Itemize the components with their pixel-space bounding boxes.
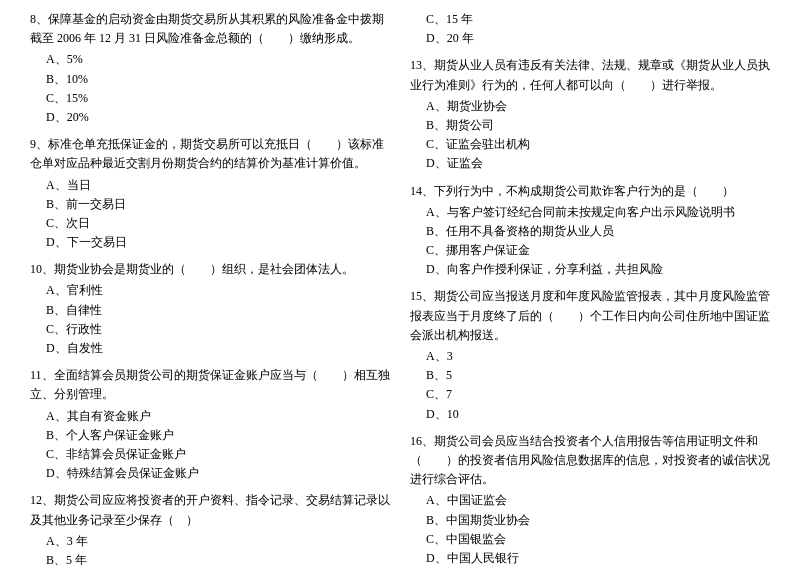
- option-10d: D、自发性: [46, 339, 390, 358]
- question-15-text: 15、期货公司应当报送月度和年度风险监管报表，其中月度风险监管报表应当于月度终了…: [410, 287, 770, 345]
- option-8a: A、5%: [46, 50, 390, 69]
- option-11a: A、其自有资金账户: [46, 407, 390, 426]
- question-14-options: A、与客户签订经纪合同前未按规定向客户出示风险说明书 B、任用不具备资格的期货从…: [410, 203, 770, 280]
- question-10-text: 10、期货业协会是期货业的（ ）组织，是社会团体法人。: [30, 260, 390, 279]
- left-column: 8、保障基金的启动资金由期货交易所从其积累的风险准备金中拨期截至 2006 年 …: [30, 10, 390, 565]
- option-15d: D、10: [426, 405, 770, 424]
- option-16b: B、中国期货业协会: [426, 511, 770, 530]
- option-13a: A、期货业协会: [426, 97, 770, 116]
- option-12a: A、3 年: [46, 532, 390, 551]
- option-10a: A、官利性: [46, 281, 390, 300]
- question-16-options: A、中国证监会 B、中国期货业协会 C、中国银监会 D、中国人民银行: [410, 491, 770, 565]
- question-10-options: A、官利性 B、自律性 C、行政性 D、自发性: [30, 281, 390, 358]
- question-11-options: A、其自有资金账户 B、个人客户保证金账户 C、非结算会员保证金账户 D、特殊结…: [30, 407, 390, 484]
- question-10: 10、期货业协会是期货业的（ ）组织，是社会团体法人。 A、官利性 B、自律性 …: [30, 260, 390, 358]
- option-11b: B、个人客户保证金账户: [46, 426, 390, 445]
- question-16: 16、期货公司会员应当结合投资者个人信用报告等信用证明文件和（ ）的投资者信用风…: [410, 432, 770, 565]
- question-14: 14、下列行为中，不构成期货公司欺诈客户行为的是（ ） A、与客户签订经纪合同前…: [410, 182, 770, 280]
- option-16a: A、中国证监会: [426, 491, 770, 510]
- option-13c: C、证监会驻出机构: [426, 135, 770, 154]
- option-8d: D、20%: [46, 108, 390, 127]
- question-13: 13、期货从业人员有违反有关法律、法规、规章或《期货从业人员执业行为准则》行为的…: [410, 56, 770, 173]
- option-11d: D、特殊结算会员保证金账户: [46, 464, 390, 483]
- option-16d: D、中国人民银行: [426, 549, 770, 565]
- question-13-text: 13、期货从业人员有违反有关法律、法规、规章或《期货从业人员执业行为准则》行为的…: [410, 56, 770, 94]
- option-15a: A、3: [426, 347, 770, 366]
- option-15b: B、5: [426, 366, 770, 385]
- question-13-options: A、期货业协会 B、期货公司 C、证监会驻出机构 D、证监会: [410, 97, 770, 174]
- option-14a: A、与客户签订经纪合同前未按规定向客户出示风险说明书: [426, 203, 770, 222]
- option-9b: B、前一交易日: [46, 195, 390, 214]
- option-13d: D、证监会: [426, 154, 770, 173]
- option-9a: A、当日: [46, 176, 390, 195]
- option-12d: D、20 年: [426, 29, 770, 48]
- question-12-cont-options: C、15 年 D、20 年: [410, 10, 770, 48]
- question-12-cont: C、15 年 D、20 年: [410, 10, 770, 48]
- question-12-text: 12、期货公司应应将投资者的开户资料、指令记录、交易结算记录以及其他业务记录至少…: [30, 491, 390, 529]
- question-8-options: A、5% B、10% C、15% D、20%: [30, 50, 390, 127]
- question-12: 12、期货公司应应将投资者的开户资料、指令记录、交易结算记录以及其他业务记录至少…: [30, 491, 390, 565]
- option-10b: B、自律性: [46, 301, 390, 320]
- question-8: 8、保障基金的启动资金由期货交易所从其积累的风险准备金中拨期截至 2006 年 …: [30, 10, 390, 127]
- question-15: 15、期货公司应当报送月度和年度风险监管报表，其中月度风险监管报表应当于月度终了…: [410, 287, 770, 423]
- option-15c: C、7: [426, 385, 770, 404]
- option-14b: B、任用不具备资格的期货从业人员: [426, 222, 770, 241]
- option-16c: C、中国银监会: [426, 530, 770, 549]
- option-12b: B、5 年: [46, 551, 390, 565]
- option-9d: D、下一交易日: [46, 233, 390, 252]
- question-11: 11、全面结算会员期货公司的期货保证金账户应当与（ ）相互独立、分别管理。 A、…: [30, 366, 390, 483]
- option-13b: B、期货公司: [426, 116, 770, 135]
- question-9-text: 9、标准仓单充抵保证金的，期货交易所可以充抵日（ ）该标准仓单对应品种最近交割月…: [30, 135, 390, 173]
- right-column: C、15 年 D、20 年 13、期货从业人员有违反有关法律、法规、规章或《期货…: [410, 10, 770, 565]
- question-9: 9、标准仓单充抵保证金的，期货交易所可以充抵日（ ）该标准仓单对应品种最近交割月…: [30, 135, 390, 252]
- question-11-text: 11、全面结算会员期货公司的期货保证金账户应当与（ ）相互独立、分别管理。: [30, 366, 390, 404]
- option-8b: B、10%: [46, 70, 390, 89]
- option-14d: D、向客户作授利保证，分享利益，共担风险: [426, 260, 770, 279]
- option-12c: C、15 年: [426, 10, 770, 29]
- option-11c: C、非结算会员保证金账户: [46, 445, 390, 464]
- option-10c: C、行政性: [46, 320, 390, 339]
- main-content: 8、保障基金的启动资金由期货交易所从其积累的风险准备金中拨期截至 2006 年 …: [30, 10, 770, 565]
- question-14-text: 14、下列行为中，不构成期货公司欺诈客户行为的是（ ）: [410, 182, 770, 201]
- question-9-options: A、当日 B、前一交易日 C、次日 D、下一交易日: [30, 176, 390, 253]
- question-8-text: 8、保障基金的启动资金由期货交易所从其积累的风险准备金中拨期截至 2006 年 …: [30, 10, 390, 48]
- question-15-options: A、3 B、5 C、7 D、10: [410, 347, 770, 424]
- option-9c: C、次日: [46, 214, 390, 233]
- question-16-text: 16、期货公司会员应当结合投资者个人信用报告等信用证明文件和（ ）的投资者信用风…: [410, 432, 770, 490]
- option-14c: C、挪用客户保证金: [426, 241, 770, 260]
- page-content: 8、保障基金的启动资金由期货交易所从其积累的风险准备金中拨期截至 2006 年 …: [30, 10, 770, 565]
- option-8c: C、15%: [46, 89, 390, 108]
- question-12-options: A、3 年 B、5 年: [30, 532, 390, 565]
